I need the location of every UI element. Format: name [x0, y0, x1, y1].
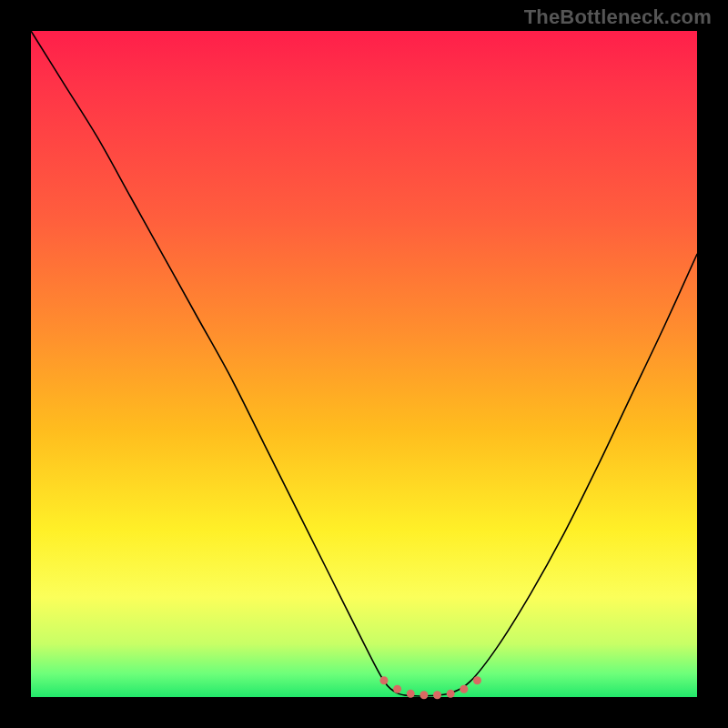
minimum-band-marker — [447, 690, 455, 698]
minimum-band-marker — [473, 676, 481, 684]
minimum-band-marker — [379, 676, 388, 684]
watermark-text: TheBottleneck.com — [524, 5, 712, 29]
chart-plot-area — [31, 31, 697, 697]
minimum-band-marker — [420, 691, 428, 699]
chart-frame: TheBottleneck.com — [0, 0, 728, 728]
minimum-band-marker — [460, 685, 468, 693]
minimum-band-marker — [433, 691, 441, 699]
chart-overlay-svg — [31, 31, 697, 697]
bottleneck-curve — [31, 31, 697, 696]
minimum-band-marker — [407, 690, 415, 698]
minimum-band-marker — [393, 685, 401, 693]
